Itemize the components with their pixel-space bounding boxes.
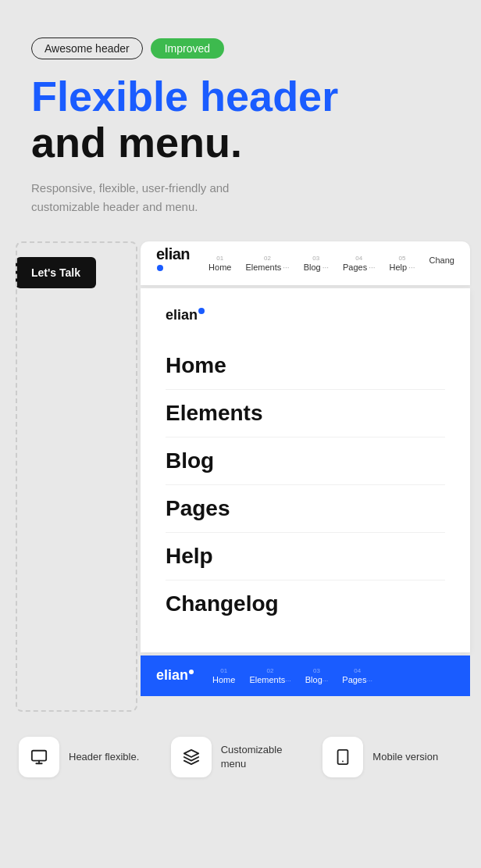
feature-header-flexible-text: Header flexible. — [69, 750, 139, 764]
badges: Awesome header Improved — [31, 38, 450, 59]
feature-header-flexible: Header flexible. — [19, 737, 159, 777]
dropdown-item-pages[interactable]: Pages — [166, 485, 445, 533]
navbar-logo: elian — [156, 245, 190, 281]
hero-title-black: and menu. — [31, 119, 242, 166]
header-flexible-icon-box — [19, 737, 59, 777]
svg-rect-4 — [338, 750, 348, 764]
blue-navbar-logo: elian — [156, 667, 194, 684]
lets-talk-button[interactable]: Let's Talk — [16, 257, 96, 288]
improved-badge: Improved — [151, 38, 224, 59]
layers-icon — [183, 748, 200, 766]
nav-item-pages[interactable]: 04 Pages··· — [343, 255, 376, 272]
awesome-header-badge: Awesome header — [31, 38, 143, 59]
blue-nav-home[interactable]: 01 Home — [212, 667, 235, 684]
blue-navbar-preview: elian 01 Home 02 Elements··· 03 Blog··· … — [141, 655, 470, 696]
customizable-menu-icon-box — [171, 737, 212, 777]
features-section: Header flexible. Customizable menu Mobil… — [0, 712, 481, 802]
feature-customizable-menu: Customizable menu — [171, 737, 311, 777]
preview-section: Let's Talk elian 01 Home 02 Elements··· … — [0, 241, 481, 712]
dropdown-preview: elian Home Elements Blog Pages Help Chan… — [141, 288, 470, 652]
right-panel: elian 01 Home 02 Elements··· 03 Blog··· … — [141, 241, 470, 696]
top-navbar-preview: elian 01 Home 02 Elements··· 03 Blog··· … — [141, 241, 470, 285]
blue-nav-blog[interactable]: 03 Blog··· — [305, 667, 329, 684]
nav-items: 01 Home 02 Elements··· 03 Blog··· 04 Pag… — [208, 255, 454, 272]
feature-mobile-version-text: Mobile version — [372, 750, 438, 764]
svg-marker-3 — [184, 750, 198, 757]
blue-nav-pages[interactable]: 04 Pages··· — [342, 667, 372, 684]
left-panel: Let's Talk — [16, 241, 141, 696]
nav-item-home[interactable]: 01 Home — [208, 255, 231, 272]
dropdown-item-elements[interactable]: Elements — [166, 390, 445, 438]
blue-logo-dot — [189, 670, 194, 674]
dropdown-item-home[interactable]: Home — [166, 342, 445, 390]
dropdown-menu-items: Home Elements Blog Pages Help Changelog — [166, 342, 445, 627]
dropdown-item-blog[interactable]: Blog — [166, 438, 445, 485]
top-section: Awesome header Improved Flexible header … — [0, 0, 481, 241]
dropdown-item-changelog[interactable]: Changelog — [166, 580, 445, 627]
nav-item-changelog[interactable]: Chang — [429, 255, 454, 272]
dropdown-item-help[interactable]: Help — [166, 533, 445, 580]
blue-nav-items: 01 Home 02 Elements··· 03 Blog··· 04 Pag… — [212, 667, 372, 684]
logo-dot — [157, 265, 163, 271]
monitor-icon — [30, 748, 48, 766]
dropdown-logo: elian — [166, 307, 445, 323]
svg-rect-0 — [32, 751, 46, 761]
mobile-version-icon-box — [322, 737, 363, 777]
hero-title-blue: Flexible header — [31, 73, 338, 120]
feature-mobile-version: Mobile version — [322, 737, 462, 777]
dropdown-logo-dot — [198, 308, 205, 314]
nav-item-help[interactable]: 05 Help··· — [390, 255, 415, 272]
hero-subtitle: Responsive, flexible, user-friendly and … — [31, 179, 281, 216]
hero-title: Flexible header and menu. — [31, 73, 450, 166]
nav-item-blog[interactable]: 03 Blog··· — [304, 255, 329, 272]
blue-nav-elements[interactable]: 02 Elements··· — [249, 667, 290, 684]
nav-item-elements[interactable]: 02 Elements··· — [245, 255, 289, 272]
smartphone-icon — [334, 748, 351, 766]
feature-customizable-menu-text: Customizable menu — [221, 743, 311, 771]
